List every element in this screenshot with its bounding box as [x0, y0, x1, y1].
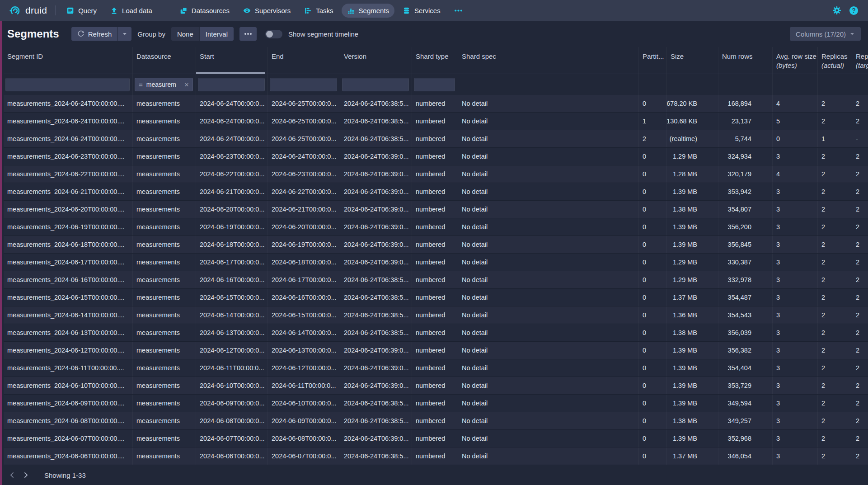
refresh-dropdown-button[interactable] [118, 27, 131, 41]
cell-shard_type: numbered [412, 395, 458, 412]
cell-segment_id[interactable]: measurements_2024-06-19T00:00:00.... [4, 218, 133, 235]
refresh-icon [77, 30, 84, 38]
filter-input-shard_type[interactable] [414, 78, 455, 91]
prev-page-button[interactable] [5, 468, 19, 482]
filter-input-segment_id[interactable] [5, 78, 130, 91]
timeline-toggle-label: Show segment timeline [288, 30, 358, 38]
column-header-replication_factor[interactable]: Replication factor(target) [852, 47, 868, 74]
column-header-datasource[interactable]: Datasource [133, 47, 196, 74]
nav-item-tasks[interactable]: Tasks [299, 4, 338, 18]
table-row: measurements_2024-06-11T00:00:00....meas… [4, 359, 868, 377]
cell-segment_id[interactable]: measurements_2024-06-18T00:00:00.... [4, 236, 133, 253]
nav-item-load-data[interactable]: Load data [105, 4, 158, 18]
cell-replicas: 2 [818, 254, 852, 271]
remove-filter-icon[interactable]: × [184, 81, 189, 89]
cell-partition: 0 [639, 412, 667, 429]
tasks-icon [304, 7, 312, 14]
table-row: measurements_2024-06-22T00:00:00....meas… [4, 165, 868, 183]
columns-button[interactable]: Columns (17/20) [790, 27, 861, 41]
cell-version: 2024-06-24T06:38:5... [340, 289, 412, 306]
cell-start: 2024-06-12T00:00:0... [196, 342, 268, 359]
filter-input-start[interactable] [198, 78, 265, 91]
cell-end: 2024-06-15T00:00:0... [268, 306, 340, 324]
cell-datasource: measurements [133, 254, 196, 271]
cell-segment_id[interactable]: measurements_2024-06-11T00:00:00.... [4, 359, 133, 377]
cell-segment_id[interactable]: measurements_2024-06-15T00:00:00.... [4, 289, 133, 306]
cell-segment_id[interactable]: measurements_2024-06-06T00:00:00.... [4, 447, 133, 465]
cell-segment_id[interactable]: measurements_2024-06-14T00:00:00.... [4, 306, 133, 324]
cell-replication_factor: 2 [852, 165, 868, 183]
cell-size: 1.38 MB [667, 201, 718, 218]
cell-segment_id[interactable]: measurements_2024-06-24T00:00:00.... [4, 113, 133, 130]
cell-segment_id[interactable]: measurements_2024-06-09T00:00:00.... [4, 395, 133, 412]
nav-item-supervisors[interactable]: Supervisors [238, 4, 296, 18]
column-header-size[interactable]: Size [667, 47, 718, 74]
filter-input-end[interactable] [270, 78, 337, 91]
cell-segment_id[interactable]: measurements_2024-06-21T00:00:00.... [4, 183, 133, 200]
filter-cell-avg_row_size [773, 74, 818, 95]
cell-segment_id[interactable]: measurements_2024-06-16T00:00:00.... [4, 271, 133, 288]
cell-version: 2024-06-24T06:39:0... [340, 236, 412, 253]
cell-version: 2024-06-24T06:38:5... [340, 306, 412, 324]
cell-segment_id[interactable]: measurements_2024-06-10T00:00:00.... [4, 377, 133, 394]
cell-segment_id[interactable]: measurements_2024-06-13T00:00:00.... [4, 324, 133, 341]
filter-chip-datasource[interactable]: =measurem× [135, 78, 193, 91]
column-header-partition[interactable]: Partit... [639, 47, 667, 74]
help-icon[interactable]: ? [849, 6, 858, 15]
cell-num_rows: 23,137 [718, 113, 773, 130]
cell-start: 2024-06-21T00:00:0... [196, 183, 268, 200]
cell-segment_id[interactable]: measurements_2024-06-07T00:00:00.... [4, 430, 133, 447]
toolbar-more-button[interactable] [239, 27, 257, 41]
cell-version: 2024-06-24T06:39:0... [340, 254, 412, 271]
column-header-segment_id[interactable]: Segment ID [4, 47, 133, 74]
column-header-end[interactable]: End [268, 47, 340, 74]
column-header-shard_type[interactable]: Shard type [412, 47, 458, 74]
cell-segment_id[interactable]: measurements_2024-06-20T00:00:00.... [4, 201, 133, 218]
cell-replicas: 2 [818, 447, 852, 465]
cell-datasource: measurements [133, 447, 196, 465]
column-header-num_rows[interactable]: Num rows [718, 47, 773, 74]
group-by-none-button[interactable]: None [171, 27, 199, 41]
cell-shard_spec: No detail [458, 183, 639, 200]
filter-input-version[interactable] [342, 78, 409, 91]
cell-segment_id[interactable]: measurements_2024-06-08T00:00:00.... [4, 412, 133, 429]
cell-segment_id[interactable]: measurements_2024-06-17T00:00:00.... [4, 254, 133, 271]
column-header-shard_spec[interactable]: Shard spec [458, 47, 639, 74]
cell-datasource: measurements [133, 377, 196, 394]
cell-segment_id[interactable]: measurements_2024-06-24T00:00:00.... [4, 95, 133, 112]
druid-logo-icon [9, 5, 21, 17]
group-by-interval-button[interactable]: Interval [200, 27, 234, 41]
cell-num_rows: 356,039 [718, 324, 773, 341]
cell-partition: 0 [639, 201, 667, 218]
cell-segment_id[interactable]: measurements_2024-06-12T00:00:00.... [4, 342, 133, 359]
cell-replicas: 1 [818, 130, 852, 147]
app-logo[interactable]: druid [6, 5, 50, 17]
cell-datasource: measurements [133, 95, 196, 112]
next-page-button[interactable] [19, 468, 33, 482]
nav-item-services[interactable]: Services [397, 4, 446, 18]
cell-segment_id[interactable]: measurements_2024-06-23T00:00:00.... [4, 148, 133, 165]
gear-icon[interactable] [832, 6, 841, 15]
cell-end: 2024-06-19T00:00:0... [268, 236, 340, 253]
cell-shard_type: numbered [412, 430, 458, 447]
nav-item-query[interactable]: Query [61, 4, 102, 18]
nav-more-button[interactable] [449, 6, 468, 15]
cell-end: 2024-06-12T00:00:0... [268, 359, 340, 377]
cell-version: 2024-06-24T06:38:5... [340, 130, 412, 147]
cell-segment_id[interactable]: measurements_2024-06-24T00:00:00.... [4, 130, 133, 147]
cell-num_rows: 352,968 [718, 430, 773, 447]
cell-replicas: 2 [818, 271, 852, 288]
cell-shard_type: numbered [412, 113, 458, 130]
column-header-version[interactable]: Version [340, 47, 412, 74]
table-row: measurements_2024-06-23T00:00:00....meas… [4, 148, 868, 165]
column-header-start[interactable]: Start [196, 47, 268, 74]
column-header-replicas[interactable]: Replicas(actual) [818, 47, 852, 74]
segment-timeline-toggle[interactable] [265, 30, 282, 38]
refresh-button[interactable]: Refresh [71, 27, 118, 41]
cell-avg_row_size: 4 [773, 95, 818, 112]
cell-replication_factor: 2 [852, 359, 868, 377]
nav-item-segments[interactable]: Segments [342, 4, 395, 18]
column-header-avg_row_size[interactable]: Avg. row size(bytes) [773, 47, 818, 74]
cell-segment_id[interactable]: measurements_2024-06-22T00:00:00.... [4, 165, 133, 183]
nav-item-datasources[interactable]: Datasources [174, 4, 235, 18]
